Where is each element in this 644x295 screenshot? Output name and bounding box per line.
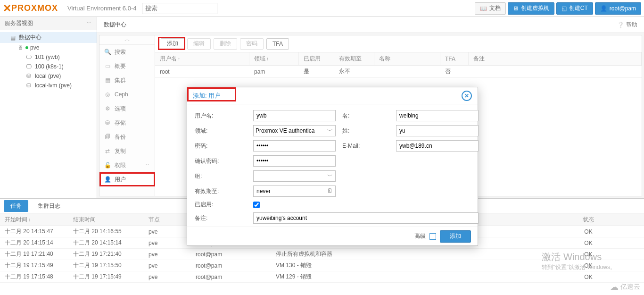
- table-row[interactable]: rootpam是永不否: [155, 66, 642, 78]
- sort-asc-icon: ↑: [266, 56, 269, 61]
- lastname-field[interactable]: [396, 125, 479, 136]
- tree-item[interactable]: ⛁local-lvm (pve): [0, 81, 97, 90]
- password-button: 密码: [240, 38, 264, 50]
- label-firstname: 名:: [342, 112, 389, 120]
- label-realm: 领域:: [195, 127, 247, 135]
- advanced-checkbox[interactable]: [429, 233, 436, 240]
- tree-item-icon: ⛁: [25, 73, 33, 79]
- tfa-button[interactable]: TFA: [266, 38, 289, 50]
- side-collapse-toggle[interactable]: ︿: [99, 35, 155, 45]
- email-field[interactable]: [396, 140, 479, 152]
- help-button[interactable]: ❔帮助: [617, 21, 637, 29]
- sidemenu-icon: ⇄: [104, 148, 111, 154]
- docs-button[interactable]: 📖文档: [475, 2, 506, 15]
- global-search-input[interactable]: [142, 3, 217, 14]
- label-email: E-Mail:: [342, 143, 389, 149]
- page-title: 数据中心: [104, 21, 126, 29]
- col-node[interactable]: 节点: [144, 213, 191, 226]
- user-menu-button[interactable]: 👤root@pam: [595, 2, 641, 15]
- cube-icon: ◱: [561, 5, 567, 12]
- monitor-icon: 🖥: [513, 5, 519, 12]
- task-row[interactable]: 十二月 19 17:21:40十二月 19 17:21:40pveroot@pa…: [0, 249, 644, 260]
- book-icon: 📖: [480, 5, 487, 12]
- sidemenu-icon: ◎: [104, 91, 111, 98]
- sidemenu-icon: 🔍: [104, 49, 111, 55]
- create-vm-button[interactable]: 🖥创建虚拟机: [508, 2, 554, 15]
- task-row[interactable]: 十二月 19 17:15:48十二月 19 17:15:49pveroot@pa…: [0, 271, 644, 283]
- enabled-checkbox[interactable]: [253, 202, 260, 208]
- tree-item[interactable]: ⛁local (pve): [0, 71, 97, 81]
- firstname-field[interactable]: [396, 110, 479, 121]
- col-status[interactable]: 状态: [533, 213, 644, 226]
- sidemenu-item[interactable]: ▦集群: [99, 73, 155, 87]
- sidemenu-item[interactable]: ◎Ceph: [99, 87, 155, 101]
- edit-button: 编辑: [187, 38, 211, 50]
- sidemenu-icon: 🗐: [104, 134, 111, 140]
- tree-item-label: 100 (k8s-1): [35, 63, 64, 70]
- sidemenu-icon: ⛁: [104, 119, 111, 126]
- sidemenu-item[interactable]: 🗐备份: [99, 130, 155, 144]
- close-button[interactable]: ✕: [462, 91, 472, 101]
- sidemenu-item[interactable]: ⇄复制: [99, 144, 155, 158]
- tree-header-label: 服务器视图: [5, 19, 33, 27]
- sidemenu-label: 权限: [115, 161, 126, 169]
- user-icon: 👤: [600, 5, 607, 12]
- tree-body: ▤数据中心🖥pve🖵101 (ywb)🖵100 (k8s-1)⛁local (p…: [0, 30, 97, 92]
- password-field[interactable]: [253, 140, 336, 152]
- tree-item-label: 数据中心: [19, 34, 41, 42]
- username-field[interactable]: [253, 110, 336, 121]
- col-enabled[interactable]: 已启用: [299, 52, 334, 65]
- add-button[interactable]: 添加: [161, 38, 184, 50]
- logo: ✕ PROXMOX: [3, 2, 58, 15]
- sidemenu-item[interactable]: ⚙选项: [99, 101, 155, 116]
- sidemenu-item[interactable]: 👤用户: [99, 172, 155, 186]
- user-label: root@pam: [610, 5, 636, 12]
- create-ct-button[interactable]: ◱创建CT: [556, 2, 593, 15]
- server-tree-panel: 服务器视图 ﹀ ▤数据中心🖥pve🖵101 (ywb)🖵100 (k8s-1)⛁…: [0, 17, 97, 198]
- confirm-password-field[interactable]: [253, 155, 336, 167]
- grid-header: 用户名↑ 领域↑ 已启用 有效期至 名称 TFA 备注: [155, 52, 642, 66]
- chevron-down-icon: ﹀: [327, 172, 333, 180]
- col-start-time[interactable]: 开始时间↓: [0, 213, 68, 226]
- tree-item[interactable]: 🖵100 (k8s-1): [0, 62, 97, 71]
- sidemenu-icon: 👤: [104, 176, 111, 183]
- grid-toolbar: 添加 编辑 删除 密码 TFA: [155, 35, 642, 52]
- tree-item[interactable]: 🖵101 (ywb): [0, 52, 97, 62]
- tree-item-label: local-lvm (pve): [35, 82, 72, 89]
- tree-view-selector[interactable]: 服务器视图 ﹀: [0, 17, 97, 30]
- label-password: 密码:: [195, 142, 247, 150]
- sidemenu-item[interactable]: ▭概要: [99, 59, 155, 73]
- expire-field[interactable]: [253, 185, 336, 197]
- col-realm[interactable]: 领域↑: [249, 52, 299, 65]
- sidemenu-icon: ▦: [104, 77, 111, 84]
- create-ct-label: 创建CT: [569, 4, 588, 12]
- task-row[interactable]: 十二月 19 17:15:49十二月 19 17:15:50pveroot@pa…: [0, 260, 644, 271]
- sidemenu-item[interactable]: 🔍搜索: [99, 45, 155, 59]
- tree-item[interactable]: ▤数据中心: [0, 32, 97, 43]
- version-label: Virtual Environment 6.0-4: [67, 5, 136, 12]
- sidemenu-label: 搜索: [115, 48, 126, 56]
- sidemenu-label: 备份: [115, 133, 126, 141]
- tab-cluster-log[interactable]: 集群日志: [31, 200, 67, 212]
- submit-add-button[interactable]: 添加: [440, 230, 471, 243]
- col-name[interactable]: 名称: [374, 52, 440, 65]
- tree-item-label: 101 (ywb): [35, 54, 60, 60]
- cloud-icon: ☁: [610, 282, 619, 292]
- col-expire[interactable]: 有效期至: [334, 52, 374, 65]
- label-confirm: 确认密码:: [195, 157, 247, 165]
- sort-asc-icon: ↑: [178, 56, 180, 61]
- col-remark[interactable]: 备注: [469, 52, 642, 65]
- sidemenu-label: 存储: [115, 119, 126, 127]
- realm-select[interactable]: [253, 125, 336, 136]
- label-username: 用户名:: [195, 112, 247, 120]
- logo-x-icon: ✕: [3, 2, 10, 15]
- col-tfa[interactable]: TFA: [440, 52, 469, 65]
- tab-tasks[interactable]: 任务: [4, 200, 28, 212]
- group-select[interactable]: [253, 170, 336, 182]
- col-username[interactable]: 用户名↑: [155, 52, 249, 65]
- sidemenu-item[interactable]: ⛁存储: [99, 116, 155, 130]
- tree-item[interactable]: 🖥pve: [0, 43, 97, 52]
- remark-field[interactable]: [253, 212, 479, 224]
- col-end-time[interactable]: 结束时间: [68, 213, 144, 226]
- sidemenu-item[interactable]: 🔓权限﹀: [99, 158, 155, 172]
